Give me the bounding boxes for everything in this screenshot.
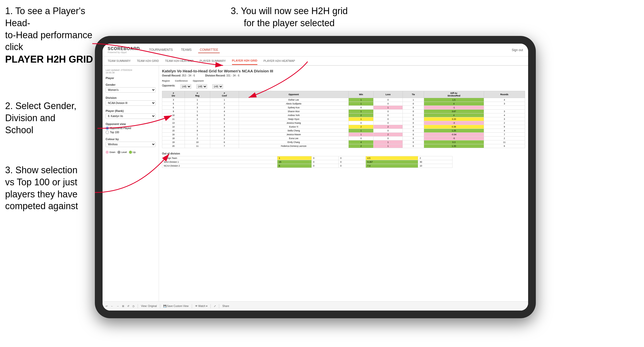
down-dot bbox=[106, 151, 109, 154]
instruction-tr: 3. You will now see H2H gridfor the play… bbox=[231, 6, 348, 28]
toolbar-divider-1 bbox=[138, 304, 138, 308]
watch-btn[interactable]: 👁 Watch ▾ bbox=[195, 305, 208, 307]
tablet-screen: SCOREBOARD Powered by clippd TOURNAMENTS… bbox=[103, 44, 528, 311]
radio-top100-input[interactable] bbox=[106, 131, 109, 134]
main-data-table: #Div #Reg #Conf Opponent Win Loss Tie Di… bbox=[162, 91, 525, 148]
refresh-btn[interactable]: ↺ bbox=[127, 305, 129, 307]
save-custom-view-btn[interactable]: 💾 Save Custom View bbox=[163, 305, 189, 307]
up-label: Up bbox=[133, 151, 136, 153]
table-row: 3 1 1 Esther Lee 1 0 1 1.5 4 bbox=[162, 98, 525, 102]
nav-right: Sign out bbox=[512, 48, 523, 52]
out-table-row: Foreign Team 1 0 0 4.5 2 bbox=[162, 156, 452, 160]
left-panel: Last Updated: 27/03/202416:55:38 Player … bbox=[103, 66, 159, 311]
clock-btn[interactable]: ◷ bbox=[132, 305, 135, 307]
filter-area: Region Conference Opponent bbox=[162, 80, 525, 82]
table-row: 20 11 7 Federica Domecq Lacroze 2 1 0 1.… bbox=[162, 144, 525, 148]
instruction-bl4: competed against bbox=[5, 201, 78, 211]
gender-label: Gender bbox=[106, 83, 156, 86]
out-of-division-title: Out of division bbox=[162, 152, 525, 155]
opponents-filter-select[interactable]: (All) bbox=[180, 84, 191, 89]
division-section: Division NCAA Division III NCAA Division… bbox=[106, 96, 156, 106]
col-loss: Loss bbox=[374, 91, 403, 98]
sub-nav: TEAM SUMMARY TEAM H2H GRID TEAM H2H HEAT… bbox=[103, 56, 528, 66]
share-btn[interactable]: Share bbox=[222, 305, 229, 307]
filter-opponent: Opponent bbox=[193, 80, 204, 82]
gender-select[interactable]: Women's Men's bbox=[106, 87, 156, 93]
level-dot bbox=[117, 151, 120, 154]
opponents-filter-label: Opponents: bbox=[162, 84, 175, 89]
nav-tournaments[interactable]: TOURNAMENTS bbox=[148, 47, 174, 53]
colour-by-select[interactable]: Win/loss bbox=[106, 142, 156, 147]
table-row: 15 8 5 Stella Cheng 1 0 0 1.25 4 bbox=[162, 129, 525, 133]
nav-committee[interactable]: COMMITTEE bbox=[198, 47, 220, 53]
logo-text: SCOREBOARD bbox=[108, 46, 140, 51]
table-row: 19 10 6 Emily Chang 4 1 0 0.3 11 bbox=[162, 140, 525, 144]
col-win: Win bbox=[349, 91, 374, 98]
instruction-bl3: players they have bbox=[5, 189, 77, 199]
colour-legend: Down Level Up bbox=[106, 151, 156, 154]
expand-btn[interactable]: ⤢ bbox=[214, 305, 216, 307]
instruction-top-right: 3. You will now see H2H gridfor the play… bbox=[231, 5, 348, 29]
tab-player-h2h-heatmap[interactable]: PLAYER H2H HEATMAP bbox=[264, 57, 295, 64]
instruction-bottom-left: 3. Show selection vs Top 100 or just pla… bbox=[5, 164, 78, 212]
logo-area: SCOREBOARD Powered by clippd bbox=[108, 46, 140, 54]
player-section: Player bbox=[106, 76, 156, 80]
opp-filter-select[interactable]: (All) bbox=[212, 84, 223, 89]
forward-btn[interactable]: → bbox=[116, 305, 119, 307]
logo-sub: Powered by clippd bbox=[108, 51, 140, 54]
conference-label: Conference bbox=[175, 80, 188, 82]
gender-section: Gender Women's Men's bbox=[106, 83, 156, 93]
player-rank-label: Player (Rank) bbox=[106, 109, 156, 112]
col-rounds: Rounds bbox=[484, 91, 525, 98]
tab-player-h2h-grid[interactable]: PLAYER H2H GRID bbox=[232, 57, 257, 65]
division-select[interactable]: NCAA Division III NCAA Division I NCAA D… bbox=[106, 100, 156, 106]
main-content: Last Updated: 27/03/202416:55:38 Player … bbox=[103, 66, 528, 311]
nav-links: TOURNAMENTS TEAMS COMMITTEE bbox=[148, 47, 512, 53]
table-row: 14 7 4 Eunice Yi 2 2 0 0.38 9 bbox=[162, 125, 525, 129]
radio-opponents-played-input[interactable] bbox=[106, 127, 109, 130]
nav-bar: SCOREBOARD Powered by clippd TOURNAMENTS… bbox=[103, 44, 528, 56]
instruction-line2: to-Head performance click bbox=[5, 30, 92, 52]
last-updated: Last Updated: 27/03/202416:55:38 bbox=[106, 69, 156, 74]
player-rank-select[interactable]: 8. Katelyn Vo bbox=[106, 113, 156, 119]
sign-out-link[interactable]: Sign out bbox=[512, 48, 523, 52]
grid-btn[interactable]: ⊞ bbox=[122, 305, 124, 307]
undo-btn[interactable]: ↩ bbox=[106, 305, 108, 307]
out-table-row: NCAA Division 2 5 0 0 7.4 10 bbox=[162, 164, 452, 168]
instruction-bl2: vs Top 100 or just bbox=[5, 177, 77, 187]
toolbar-divider-3 bbox=[192, 304, 192, 308]
col-diff: Diff AvStrokes/Rnd bbox=[424, 91, 484, 98]
table-row: 13 1 1 Jessica Huang 0 0 0 -3 2 bbox=[162, 121, 525, 125]
col-reg: #Reg bbox=[185, 91, 210, 98]
division-label: Division bbox=[106, 96, 156, 99]
out-table-row: NAIA Division 1 15 0 0 9.267 30 bbox=[162, 160, 452, 164]
table-row: 11 2 5 Heejo Hyun 1 0 0 3.33 3 bbox=[162, 117, 525, 121]
radio-top100[interactable]: Top 100 bbox=[106, 131, 156, 134]
region-label: Region bbox=[162, 80, 170, 82]
tab-team-h2h-grid[interactable]: TEAM H2H GRID bbox=[137, 57, 159, 64]
tab-player-summary[interactable]: PLAYER SUMMARY bbox=[200, 57, 226, 64]
colour-by-label: Colour by bbox=[106, 138, 156, 141]
legend-down: Down bbox=[106, 151, 115, 154]
radio-opponents-played[interactable]: Opponents Played bbox=[106, 127, 156, 130]
instruction-ml1: 2. Select Gender, bbox=[5, 101, 76, 111]
tab-team-summary[interactable]: TEAM SUMMARY bbox=[108, 57, 131, 64]
opponent-view-radios: Opponents Played Top 100 bbox=[106, 127, 156, 134]
page-title: Katelyn Vo Head-to-Head Grid for Women's… bbox=[162, 69, 525, 73]
division-record: Division Record: 331 - 34 - 6 bbox=[205, 74, 239, 77]
filter-conference: Conference bbox=[175, 80, 188, 82]
conf-filter-select[interactable]: (All) bbox=[196, 84, 207, 89]
nav-teams[interactable]: TEAMS bbox=[179, 47, 193, 53]
instruction-line1: 1. To see a Player's Head- bbox=[5, 6, 85, 28]
view-original-btn[interactable]: View: Original bbox=[141, 305, 157, 307]
back-btn[interactable]: ← bbox=[111, 305, 113, 307]
instruction-ml2: Division and bbox=[5, 113, 55, 123]
tablet-frame: SCOREBOARD Powered by clippd TOURNAMENTS… bbox=[95, 36, 536, 318]
col-conf: #Conf bbox=[210, 91, 239, 98]
table-row: 18 2 2 Euna Lee 0 0 0 -5 2 bbox=[162, 137, 525, 140]
tab-team-h2h-heatmap[interactable]: TEAM H2H HEATMAP bbox=[165, 57, 194, 64]
up-dot bbox=[129, 151, 132, 154]
instruction-bold: PLAYER H2H GRID bbox=[5, 54, 93, 65]
opponent-view-label: Opponent view bbox=[106, 122, 156, 126]
table-row: 10 6 3 Andrea York 2 0 0 4 4 bbox=[162, 113, 525, 117]
